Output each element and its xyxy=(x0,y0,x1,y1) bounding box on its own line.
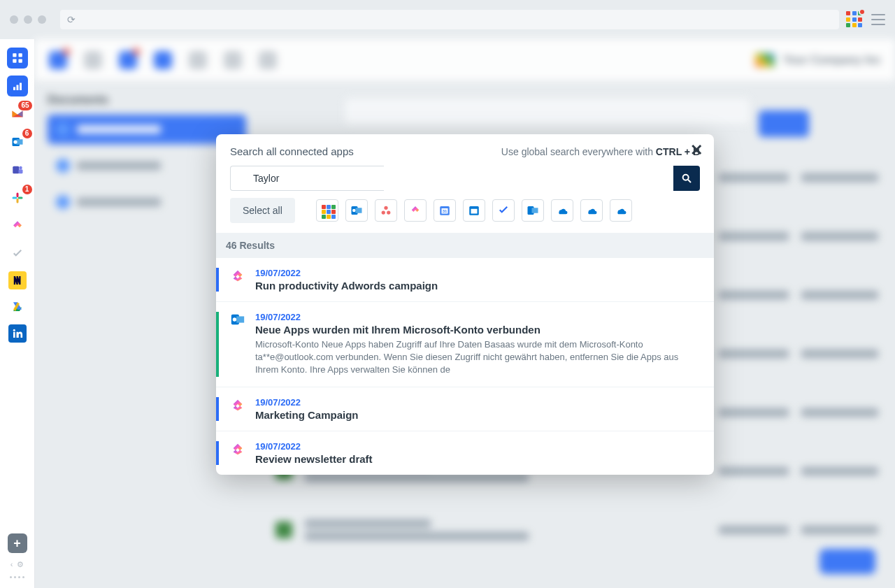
svg-point-24 xyxy=(384,206,387,210)
svg-point-25 xyxy=(381,210,385,214)
result-title: Review newsletter draft xyxy=(255,453,703,465)
filter-outlook-cal[interactable] xyxy=(463,199,485,222)
clickup-icon xyxy=(230,441,247,458)
rail-tasks[interactable] xyxy=(7,243,28,264)
rail-gmail[interactable]: 65 xyxy=(7,103,28,124)
app-rail: 65 6 1 + ‹ ⚙ xyxy=(0,39,35,588)
svg-rect-0 xyxy=(13,53,16,57)
result-title: Neue Apps wurden mit Ihrem Microsoft-Kon… xyxy=(255,324,703,336)
close-icon[interactable]: ✕ xyxy=(690,141,703,159)
svg-rect-15 xyxy=(16,199,18,203)
select-all-button[interactable]: Select all xyxy=(230,198,295,223)
filter-outlook[interactable] xyxy=(345,199,368,222)
svg-rect-2 xyxy=(13,59,16,63)
result-item[interactable]: 19/07/2022Run productivity Adwords campa… xyxy=(216,258,714,302)
filter-asana[interactable] xyxy=(375,199,397,222)
result-date: 19/07/2022 xyxy=(255,441,703,452)
rail-miro[interactable] xyxy=(8,271,27,289)
svg-rect-5 xyxy=(16,85,18,91)
add-app-button[interactable]: + xyxy=(8,533,27,553)
search-input[interactable] xyxy=(230,166,384,191)
filter-basaas[interactable] xyxy=(316,199,338,222)
svg-rect-3 xyxy=(18,59,22,63)
rail-slack[interactable]: 1 xyxy=(7,187,28,208)
svg-text:31: 31 xyxy=(442,209,447,213)
filter-onedrive1[interactable] xyxy=(551,199,573,222)
svg-rect-6 xyxy=(20,83,22,91)
svg-rect-22 xyxy=(355,208,361,213)
rail-dashboard[interactable] xyxy=(7,76,28,96)
svg-point-19 xyxy=(683,175,689,180)
outlook-icon xyxy=(230,312,247,329)
clickup-icon xyxy=(230,397,247,414)
rail-teams[interactable] xyxy=(7,159,28,180)
search-button[interactable] xyxy=(673,166,700,191)
svg-rect-16 xyxy=(17,197,22,199)
svg-point-18 xyxy=(13,329,15,331)
result-date: 19/07/2022 xyxy=(255,397,703,408)
reload-icon[interactable]: ⟳ xyxy=(67,14,76,25)
rail-nav-arrows[interactable]: ‹ ⚙ xyxy=(10,560,24,569)
result-accent xyxy=(216,312,219,377)
rail-drag-handle-icon[interactable] xyxy=(10,576,24,578)
url-bar[interactable]: ⟳ xyxy=(60,10,839,29)
global-search-modal: ✕ Search all connected apps Use global s… xyxy=(216,134,714,475)
svg-rect-14 xyxy=(12,197,17,199)
svg-point-36 xyxy=(233,317,237,322)
rail-linkedin[interactable] xyxy=(8,324,27,343)
results-list: 19/07/2022Run productivity Adwords campa… xyxy=(216,258,714,475)
svg-line-20 xyxy=(688,180,691,182)
result-date: 19/07/2022 xyxy=(255,312,703,322)
gear-icon[interactable]: ⚙ xyxy=(17,560,24,569)
filter-clickup[interactable] xyxy=(404,199,427,222)
filter-todo[interactable] xyxy=(492,199,515,222)
modal-hint: Use global search everywhere with CTRL +… xyxy=(501,146,700,157)
svg-rect-1 xyxy=(18,53,22,57)
svg-rect-17 xyxy=(13,332,15,338)
browser-bar: ⟳ xyxy=(0,0,895,39)
window-controls[interactable] xyxy=(10,15,46,24)
result-date: 19/07/2022 xyxy=(255,268,703,278)
results-count: 46 Results xyxy=(216,233,714,258)
result-accent xyxy=(216,268,219,292)
rail-home[interactable] xyxy=(7,48,28,69)
svg-rect-35 xyxy=(236,316,244,322)
svg-rect-31 xyxy=(471,209,477,214)
result-title: Run productivity Adwords campaign xyxy=(255,280,703,292)
result-item[interactable]: 19/07/2022Review newsletter draft xyxy=(216,431,714,475)
result-accent xyxy=(216,441,219,465)
svg-point-23 xyxy=(352,209,356,213)
filter-outlook2[interactable] xyxy=(522,199,544,222)
notification-dot-icon xyxy=(859,8,866,15)
clickup-icon xyxy=(230,268,247,285)
gmail-badge: 65 xyxy=(18,101,31,110)
modal-title: Search all connected apps xyxy=(230,145,354,157)
svg-point-11 xyxy=(19,166,22,170)
svg-point-26 xyxy=(387,210,390,214)
slack-badge: 1 xyxy=(22,185,32,194)
rail-drive[interactable] xyxy=(7,296,28,317)
svg-rect-10 xyxy=(13,166,19,174)
chevron-left-icon[interactable]: ‹ xyxy=(10,560,13,569)
overlay: ✕ Search all connected apps Use global s… xyxy=(35,39,895,588)
result-snippet: Microsoft-Konto Neue Apps haben Zugriff … xyxy=(255,338,703,377)
filter-onedrive3[interactable] xyxy=(610,199,632,222)
outlook-badge: 6 xyxy=(22,129,32,138)
result-item[interactable]: 19/07/2022Marketing Campaign xyxy=(216,387,714,431)
svg-rect-13 xyxy=(16,193,18,198)
rail-outlook[interactable]: 6 xyxy=(7,131,28,152)
svg-rect-12 xyxy=(18,169,22,173)
svg-point-9 xyxy=(13,140,17,143)
result-accent xyxy=(216,397,219,421)
result-item[interactable]: 19/07/2022Neue Apps wurden mit Ihrem Mic… xyxy=(216,302,714,387)
filter-onedrive2[interactable] xyxy=(580,199,603,222)
result-title: Marketing Campaign xyxy=(255,409,703,421)
rail-clickup[interactable] xyxy=(7,215,28,236)
menu-icon[interactable] xyxy=(871,14,885,25)
svg-rect-4 xyxy=(13,87,15,91)
svg-rect-8 xyxy=(16,139,22,145)
filter-gcal[interactable]: 31 xyxy=(434,199,456,222)
svg-rect-33 xyxy=(531,208,538,213)
